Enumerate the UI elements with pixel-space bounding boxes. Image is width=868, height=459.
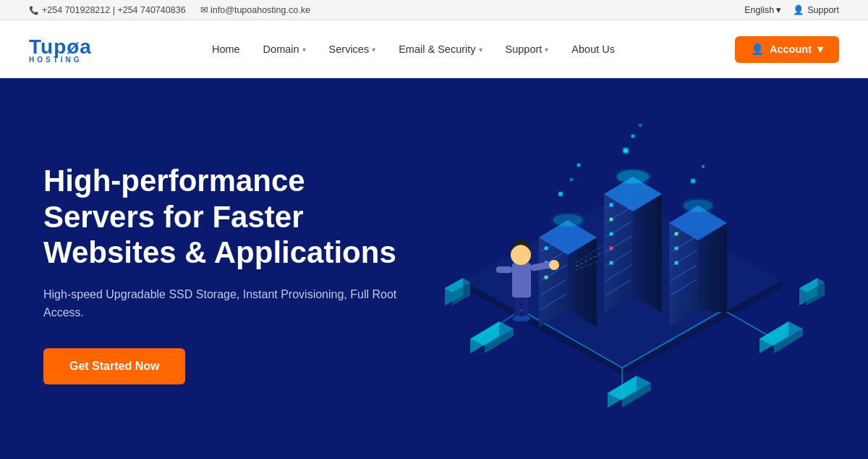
svg-rect-75 [522,295,528,317]
nav-item-home[interactable]: Home [202,38,250,61]
svg-point-71 [684,200,712,211]
nav-link-about[interactable]: About Us [561,38,625,61]
nav-item-domain[interactable]: Domain ▾ [253,38,316,61]
chevron-down-icon: ▾ [479,46,482,54]
svg-point-50 [610,218,613,222]
chevron-down-icon: ▾ [372,46,375,54]
support-icon: 👤 [793,4,804,15]
svg-point-49 [610,203,613,207]
nav-link-domain[interactable]: Domain ▾ [253,38,316,61]
nav-item-about[interactable]: About Us [561,38,625,61]
svg-point-31 [545,247,548,250]
hero-illustration [405,122,839,426]
logo-o: ø [67,35,80,58]
language-label: English [744,5,774,15]
nav-item-email-security[interactable]: Email & Security ▾ [388,38,492,61]
hero-title: High-performance Servers for Faster Webs… [43,163,405,271]
svg-point-51 [610,232,613,236]
topbar-right: English ▾ 👤 Support [744,4,839,15]
chevron-down-icon: ▾ [545,46,548,54]
user-icon: 👤 [751,43,764,56]
nav-link-email-security[interactable]: Email & Security ▾ [388,38,492,61]
nav-link-home[interactable]: Home [202,38,250,61]
chevron-down-icon: ▾ [817,43,823,55]
svg-point-68 [675,247,678,250]
svg-point-67 [675,232,678,236]
logo[interactable]: Tupøa HOSTING [29,35,92,64]
svg-point-73 [702,165,705,168]
hero-content: High-performance Servers for Faster Webs… [43,163,405,384]
nav-menu: Home Domain ▾ Services ▾ Email & Securit… [202,38,625,61]
hero-section: High-performance Servers for Faster Webs… [0,78,868,459]
svg-point-56 [624,148,629,153]
chevron-down-icon: ▾ [776,4,781,15]
nav-link-support[interactable]: Support ▾ [495,38,559,61]
nav-link-services[interactable]: Services ▾ [319,38,386,61]
svg-line-6 [723,310,774,339]
svg-point-57 [631,135,635,138]
account-label: Account [770,43,812,55]
svg-point-69 [675,261,678,265]
svg-point-58 [639,124,642,127]
svg-rect-82 [496,266,512,273]
svg-point-81 [549,260,559,270]
chevron-down-icon: ▾ [302,46,306,54]
hero-subtitle: High-speed Upgradable SSD Storage, Insta… [43,285,405,322]
svg-point-37 [570,178,573,181]
svg-point-77 [520,316,530,321]
svg-point-55 [617,170,649,183]
svg-rect-74 [515,295,521,317]
support-link[interactable]: 👤 Support [793,4,839,15]
topbar: +254 701928212 | +254 740740836 ✉ info@t… [0,0,868,20]
svg-point-72 [691,179,695,183]
svg-point-35 [553,214,582,226]
topbar-left: +254 701928212 | +254 740740836 ✉ info@t… [29,4,310,15]
email-address: ✉ info@tupoahosting.co.ke [200,4,310,15]
svg-point-36 [558,192,563,196]
nav-item-services[interactable]: Services ▾ [319,38,386,61]
cta-button[interactable]: Get Started Now [43,348,185,384]
language-selector[interactable]: English ▾ [744,4,781,15]
svg-point-33 [545,276,548,279]
navbar: Tupøa HOSTING Home Domain ▾ Services ▾ E… [0,20,868,78]
nav-item-support[interactable]: Support ▾ [495,38,559,61]
svg-point-52 [610,247,613,250]
svg-point-38 [577,164,581,167]
account-button[interactable]: 👤 Account ▾ [735,36,839,63]
svg-rect-78 [512,263,531,298]
svg-point-53 [610,261,613,265]
logo-tup: Tup [29,35,67,58]
logo-a: a [80,35,92,58]
server-illustration-svg [405,122,839,426]
support-label: Support [807,5,839,15]
phone-number: +254 701928212 | +254 740740836 [29,5,186,15]
